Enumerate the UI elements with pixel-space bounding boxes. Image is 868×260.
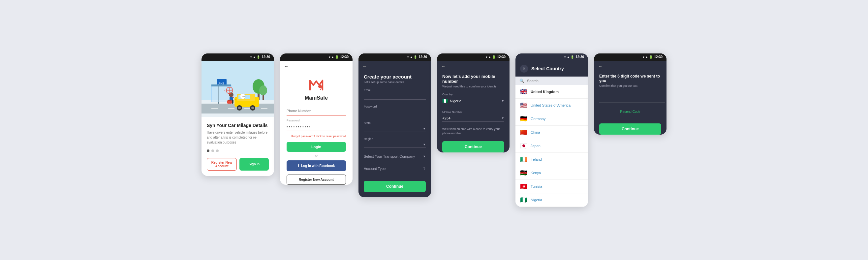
select-country-title: Select Country [531,66,564,71]
password-input[interactable] [287,123,346,131]
state-field: State ▼ [364,121,426,132]
facebook-login-button[interactable]: f Log In with Facebook [287,161,346,171]
country-name: Japan [531,144,540,148]
country-name: United Kingdom [531,90,559,94]
country-item[interactable]: 🇬🇧 United Kingdom [516,85,588,99]
region-select[interactable]: ▼ [364,142,426,148]
register-button[interactable]: Register New Account [207,158,237,171]
back-arrow-3[interactable]: ← [363,64,367,69]
country-flag: 🇨🇳 [520,129,527,136]
country-search-bar: 🔍 [516,77,588,85]
resend-code-link[interactable]: Resend Code [594,110,666,114]
transport-field: Select Your Transport Company ▼ [364,153,426,160]
country-flag: 🇺🇸 [520,102,527,109]
transport-label: Select Your Transport Company [364,154,415,158]
password-input-create[interactable] [364,109,426,116]
country-flag: 🇳🇬 [520,196,527,204]
country-item[interactable]: 🇰🇪 Kenya [516,166,588,180]
onboarding-content: Syn Your Car Milage Details Have drivers… [202,117,274,176]
forgot-password-link[interactable]: Forgot password? click to reset password [287,135,346,138]
register-new-account-button[interactable]: Register New Account [287,175,346,185]
create-account-top-bar: ← [359,61,431,72]
mobile-note: We'll send an sms with a code to verify … [442,127,504,136]
status-bar-2: ▾ ▲ 🔋 12:30 [280,54,352,61]
state-select[interactable]: ▼ [364,126,426,132]
status-bar-4: ▾ ▲ 🔋 12:30 [437,54,509,61]
password-field-create: Password [364,105,426,116]
country-value: Nigeria [450,99,499,103]
login-button[interactable]: Login [287,142,346,152]
svg-point-10 [259,85,267,95]
country-item[interactable]: 🇳🇬 Nigeria [516,193,588,207]
or-divider: or [287,154,346,158]
back-arrow-4[interactable]: ← [441,64,445,69]
country-flag: 🇮🇪 [520,156,527,163]
country-flag: 🇬🇧 [520,88,527,95]
country-item[interactable]: 🇨🇳 China [516,126,588,139]
signin-button[interactable]: Sign In [240,158,269,171]
back-arrow-2[interactable]: ← [284,64,288,69]
wifi-icon: ▾ [407,55,409,59]
login-form: Password Forgot password? click to reset… [280,107,352,185]
signal-icon: ▲ [645,55,648,59]
country-item[interactable]: 🇹🇳 Tunisia [516,180,588,193]
country-item[interactable]: 🇺🇸 United States of America [516,99,588,112]
account-type-select[interactable]: Account Type ⇅ [364,165,426,172]
country-item[interactable]: 🇯🇵 Japan [516,139,588,153]
verify-subtitle: Comfirm that you got our text [599,84,661,87]
code-digit-1[interactable] [599,94,665,103]
continue-button-4[interactable]: Continue [442,141,504,152]
screen-onboarding: ▾ ▲ 🔋 12:30 [202,54,274,176]
status-time-4: 12:30 [497,55,505,59]
logo-area: ManiSafe [280,72,352,107]
country-flag: 🇹🇳 [520,183,527,190]
battery-icon: 🔋 [256,55,260,59]
continue-button-3[interactable]: Continue [364,181,426,192]
signal-icon: ▲ [567,55,570,59]
screen-select-country: ▾ ▲ 🔋 12:30 ✕ Select Country 🔍 🇬🇧 United… [516,54,588,207]
mobile-subtitle: We just need this to comfirm your identi… [442,85,504,88]
country-name: Ireland [531,157,542,161]
svg-point-24 [251,107,254,109]
signal-icon: ▲ [253,55,256,59]
screen-mobile-number: ▾ ▲ 🔋 12:30 ← Now let's add your mobile … [437,54,509,152]
country-name: Nigeria [531,198,542,202]
country-item[interactable]: 🇮🇪 Ireland [516,153,588,166]
email-input[interactable] [364,93,426,99]
phone-input[interactable] [287,107,346,115]
account-type-field: Account Type ⇅ [364,165,426,172]
create-account-form: Email Password State ▼ Region ▼ [359,88,431,197]
country-search-input[interactable] [527,79,584,83]
login-top-bar: ← [280,61,352,72]
transport-select[interactable]: Select Your Transport Company ▼ [364,153,426,160]
status-time-2: 12:30 [340,55,349,59]
svg-rect-28 [232,99,234,104]
region-field: Region ▼ [364,137,426,148]
onboarding-title: Syn Your Car Milage Details [207,123,269,128]
status-bar-5: ▾ ▲ 🔋 12:30 [516,54,588,61]
country-name: Tunisia [531,184,542,189]
mobile-top-bar: ← [437,61,509,72]
svg-rect-20 [245,95,250,99]
account-type-chevron-icon: ⇅ [423,167,426,170]
svg-point-22 [238,107,241,109]
mobile-input-row[interactable]: +234 ▼ [442,115,504,122]
onboarding-illustration: BUS STOP [202,61,274,117]
screens-container: ▾ ▲ 🔋 12:30 [202,54,666,207]
battery-icon: 🔋 [335,55,339,59]
country-select[interactable]: 🇳🇬 Nigeria ▼ [442,97,504,105]
country-item[interactable]: 🇩🇪 Germany [516,112,588,126]
svg-text:km/h: km/h [242,96,245,98]
app-name-label: ManiSafe [305,95,328,101]
mobile-value: +234 [442,116,451,120]
password-label-create: Password [364,105,426,108]
svg-rect-30 [228,99,231,101]
close-button[interactable]: ✕ [520,65,528,73]
wifi-icon: ▾ [250,55,252,59]
back-arrow-6[interactable]: ← [598,64,602,69]
create-account-heading: Create your account Let's set up some ba… [359,72,431,88]
screen-create-account: ▾ ▲ 🔋 12:30 ← Create your account Let's … [359,54,431,197]
continue-button-6[interactable]: Continue [599,123,661,135]
mobile-chevron-icon: ▼ [501,116,504,120]
country-name: Kenya [531,171,541,175]
